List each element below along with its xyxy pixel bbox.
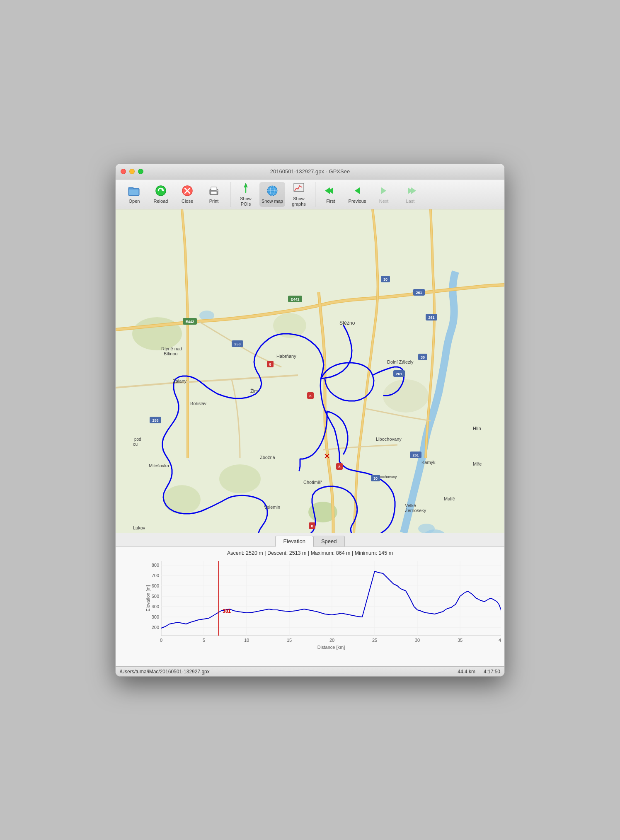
status-bar: /Users/tuma/iMac/20160501-132927.gpx 44.… [116, 666, 504, 676]
graph-tabs: Elevation Speed [116, 533, 504, 547]
graph-stats: Ascent: 2520 m | Descent: 2513 m | Maxim… [116, 547, 504, 558]
close-button[interactable] [121, 169, 126, 174]
show-pois-icon [239, 182, 252, 195]
svg-text:258: 258 [152, 418, 158, 422]
svg-text:35: 35 [458, 638, 463, 643]
svg-text:E442: E442 [291, 297, 299, 301]
svg-text:Hlín: Hlín [473, 426, 481, 431]
print-button[interactable]: Print [201, 182, 227, 207]
show-graphs-label: Show graphs [288, 196, 310, 207]
svg-marker-27 [411, 187, 416, 194]
svg-text:700: 700 [152, 573, 159, 578]
print-label: Print [209, 199, 219, 204]
open-icon [128, 184, 141, 197]
svg-text:Stěžno: Stěžno [339, 320, 355, 326]
file-path: /Users/tuma/iMac/20160501-132927.gpx [120, 669, 210, 675]
show-pois-label: Show POIs [235, 196, 257, 207]
svg-text:Žim: Žim [250, 388, 258, 393]
svg-text:200: 200 [152, 625, 159, 630]
svg-text:20: 20 [329, 638, 334, 643]
svg-text:Kamýk: Kamýk [421, 460, 436, 465]
svg-text:500: 500 [152, 594, 159, 599]
maximize-button[interactable] [138, 169, 143, 174]
svg-text:8: 8 [338, 465, 340, 469]
svg-text:15: 15 [287, 638, 292, 643]
svg-text:25: 25 [372, 638, 377, 643]
svg-text:10: 10 [244, 638, 249, 643]
show-graphs-icon [292, 182, 305, 195]
reload-button[interactable]: Reload [148, 182, 174, 207]
svg-text:261: 261 [416, 291, 422, 295]
svg-text:30: 30 [373, 476, 378, 481]
toolbar-group-view: Show POIs Show map [230, 182, 314, 207]
svg-text:Malíč: Malíč [444, 496, 455, 501]
open-button[interactable]: Open [121, 182, 147, 207]
svg-text:600: 600 [152, 583, 159, 588]
svg-text:Žalany: Žalany [173, 379, 187, 384]
title-bar: 20160501-132927.gpx - GPXSee [116, 164, 504, 180]
svg-text:ou: ou [133, 442, 138, 447]
svg-text:Distance [km]: Distance [km] [317, 645, 345, 650]
svg-text:400: 400 [152, 604, 159, 609]
close-file-button[interactable]: Close [174, 182, 200, 207]
svg-rect-10 [211, 192, 217, 194]
svg-text:Velemin: Velemin [264, 505, 280, 510]
svg-text:Velké: Velké [405, 503, 416, 508]
svg-text:Dolní Zálezly: Dolní Zálezly [387, 359, 414, 364]
close-file-label: Close [182, 199, 193, 204]
reload-icon [154, 184, 167, 197]
show-map-label: Show map [262, 199, 283, 204]
previous-label: Previous [349, 199, 366, 204]
graph-chart: 800 700 600 500 400 300 200 0 5 10 15 20… [116, 558, 504, 666]
previous-button[interactable]: Previous [344, 182, 370, 207]
svg-text:Zbožná: Zbožná [260, 455, 276, 460]
show-pois-button[interactable]: Show POIs [233, 182, 259, 207]
open-label: Open [129, 199, 140, 204]
graph-section: Elevation Speed Ascent: 2520 m | Descent… [116, 533, 504, 666]
speed-tab[interactable]: Speed [313, 536, 345, 546]
svg-text:30: 30 [421, 355, 425, 359]
svg-text:Bílinou: Bílinou [164, 351, 178, 356]
svg-text:30: 30 [415, 638, 420, 643]
next-button[interactable]: Next [371, 182, 397, 207]
svg-text:Miře: Miře [473, 461, 482, 466]
map-area[interactable]: Stěžno Dolní Zálezly Habrňany Žalany Žim… [116, 209, 504, 533]
svg-point-11 [217, 190, 218, 192]
elevation-chart: 800 700 600 500 400 300 200 0 5 10 15 20… [145, 561, 501, 652]
distance: 44.4 km [458, 669, 475, 675]
last-button[interactable]: Last [397, 182, 423, 207]
svg-text:300: 300 [152, 614, 159, 619]
svg-text:Elevation [m]: Elevation [m] [145, 585, 150, 612]
svg-point-37 [383, 379, 429, 413]
svg-marker-25 [381, 187, 386, 194]
main-window: 20160501-132927.gpx - GPXSee Open [115, 163, 505, 677]
first-label: First [326, 199, 335, 204]
svg-text:261: 261 [428, 316, 434, 320]
toolbar-group-file: Open Reload [119, 182, 229, 207]
reload-label: Reload [154, 199, 168, 204]
svg-text:8: 8 [269, 362, 271, 367]
close-file-icon [181, 184, 194, 197]
svg-marker-23 [325, 187, 330, 194]
svg-text:40: 40 [499, 638, 501, 643]
minimize-button[interactable] [129, 169, 135, 174]
svg-text:8: 8 [309, 394, 311, 398]
first-button[interactable]: First [318, 182, 344, 207]
elevation-tab[interactable]: Elevation [275, 536, 313, 547]
traffic-lights [121, 169, 143, 174]
next-label: Next [379, 199, 389, 204]
show-graphs-button[interactable]: Show graphs [286, 182, 312, 207]
print-icon [207, 184, 220, 197]
svg-text:Milešovka: Milešovka [149, 463, 170, 468]
last-icon [404, 184, 417, 197]
show-map-button[interactable]: Show map [259, 182, 285, 207]
svg-text:30: 30 [383, 277, 388, 282]
svg-text:E442: E442 [185, 320, 194, 324]
svg-rect-9 [211, 187, 217, 190]
svg-point-35 [163, 485, 201, 514]
svg-rect-2 [129, 189, 139, 195]
svg-text:258: 258 [234, 342, 240, 346]
next-icon [377, 184, 390, 197]
show-map-icon [266, 184, 279, 197]
svg-text:Chotiměř: Chotiměř [303, 480, 322, 485]
